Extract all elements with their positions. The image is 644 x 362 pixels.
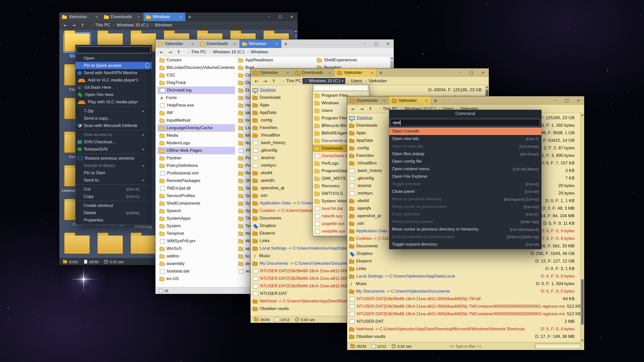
- grid-item[interactable]: [128, 235, 158, 256]
- context-menu-item[interactable]: Properties: [75, 216, 152, 224]
- context-menu-item[interactable]: Include in library ▸: [75, 162, 152, 169]
- tab[interactable]: Vjekoslav ×: [389, 96, 431, 105]
- file-row[interactable]: Dropbox D: 230, F: 1043, 46 GB: [347, 250, 584, 257]
- file-row[interactable]: ServiceProfiles: [157, 192, 235, 200]
- tab-close-icon[interactable]: ×: [191, 42, 195, 46]
- up-button[interactable]: ↑: [79, 23, 86, 28]
- command-input[interactable]: ope: [390, 119, 540, 126]
- command-item[interactable]: Toggle expand directory [Ctrl+B]: [389, 241, 541, 248]
- status-filter-input[interactable]: [535, 344, 581, 349]
- tab-close-icon[interactable]: ×: [424, 99, 428, 103]
- file-row[interactable]: addins: [157, 252, 235, 260]
- tab-close-icon[interactable]: ×: [233, 42, 237, 46]
- breadcrumb-item[interactable]: › Windows 10 (C:) ▾: [207, 49, 245, 55]
- file-row[interactable]: ModemLogs: [157, 139, 235, 147]
- context-menu-item[interactable]: [77, 185, 150, 185]
- close-button[interactable]: ×: [382, 39, 394, 48]
- context-menu-item[interactable]: [77, 130, 150, 130]
- file-row[interactable]: bootstat.dat: [157, 267, 235, 275]
- minimize-button[interactable]: –: [549, 96, 561, 105]
- tab[interactable]: Downloads ×: [197, 39, 239, 48]
- close-button[interactable]: ×: [477, 68, 489, 77]
- up-button[interactable]: ↑: [367, 106, 373, 112]
- file-row[interactable]: Fonts: [157, 94, 235, 102]
- titlebar-drag-area[interactable]: [440, 96, 549, 105]
- file-row[interactable]: CSC: [157, 71, 235, 79]
- forward-button[interactable]: →: [167, 50, 173, 55]
- context-menu-item[interactable]: Give access to ▸: [75, 131, 152, 138]
- file-row[interactable]: My Documents -> C:\Users\Vjekoslav\Docum…: [347, 288, 584, 295]
- titlebar-drag-area[interactable]: [385, 68, 454, 77]
- tab[interactable]: Vjekoslav ×: [251, 68, 293, 77]
- context-menu-item[interactable]: 7-Zip ▸: [75, 107, 152, 115]
- new-tab-button[interactable]: +: [377, 68, 385, 77]
- breadcrumb-item[interactable]: › Windows 10 (C:) ▾: [302, 78, 345, 84]
- context-menu-item[interactable]: Send a copy...: [75, 115, 152, 122]
- context-menu-item[interactable]: Send to ▸: [75, 176, 152, 184]
- maximize-button[interactable]: □: [466, 68, 477, 77]
- file-row[interactable]: Obsidian vaults D: 17, F: 149, 38 MB: [347, 333, 584, 340]
- command-item[interactable]: Move cursor to previous directory in hie…: [389, 225, 541, 233]
- tab[interactable]: Downloads ×: [101, 13, 143, 21]
- context-menu-item[interactable]: [77, 106, 150, 107]
- tab[interactable]: Downloads ×: [293, 68, 335, 77]
- breadcrumb-item[interactable]: › This PC ▾: [186, 49, 207, 55]
- tab[interactable]: Vjekoslav ×: [335, 68, 377, 77]
- close-button[interactable]: ×: [573, 96, 584, 105]
- scrollbar[interactable]: ▲ ▼: [580, 113, 584, 342]
- rename-input[interactable]: [77, 47, 151, 53]
- command-item[interactable]: Open files popup [Alt+Down]: [389, 150, 541, 158]
- minimize-button[interactable]: –: [359, 39, 371, 48]
- file-row[interactable]: DiagTrack: [157, 79, 235, 86]
- new-tab-button[interactable]: +: [431, 96, 440, 105]
- command-item[interactable]: Open Console: [389, 127, 541, 135]
- forward-button[interactable]: →: [262, 78, 268, 84]
- file-row[interactable]: Music D: 0, F: 1, 504 bytes: [347, 280, 584, 288]
- tab[interactable]: Windows ×: [239, 39, 281, 48]
- titlebar[interactable]: Vjekoslav × Downloads × Windows × + –: [59, 13, 298, 21]
- titlebar[interactable]: Vjekoslav × Downloads × Vjekoslav × + –: [251, 68, 489, 77]
- context-menu-item[interactable]: Open: [75, 55, 152, 62]
- file-row[interactable]: ShellComponents: [157, 200, 235, 207]
- file-row[interactable]: PolicyDefinitions: [157, 162, 235, 169]
- minimize-button[interactable]: –: [454, 68, 466, 77]
- tab-close-icon[interactable]: ×: [95, 15, 99, 19]
- command-item[interactable]: Move to previous directory [Backspace] […: [389, 195, 541, 203]
- titlebar[interactable]: Downloads × Vjekoslav × + – □ ×: [347, 96, 584, 105]
- file-row[interactable]: Media: [157, 132, 235, 139]
- file-row[interactable]: HelpPane.exe: [157, 102, 235, 109]
- file-row[interactable]: RtlExUpd.dll: [157, 185, 235, 192]
- file-row[interactable]: NTUSER.DAT{53b39e88-18c4-11ea-a811-000d3…: [347, 310, 584, 318]
- command-item[interactable]: Move cursor to previous item [Ctrl+Up]: [389, 203, 541, 210]
- file-row[interactable]: WMSysPr9.prx: [157, 237, 235, 245]
- file-row[interactable]: AppReadiness: [236, 56, 314, 64]
- breadcrumb-item[interactable]: › Users ▾: [345, 78, 363, 84]
- file-row[interactable]: Desktop D: 43034, F: 125185, 23 GB: [251, 86, 489, 94]
- grid-item[interactable]: [95, 235, 125, 256]
- back-button[interactable]: ←: [62, 23, 68, 28]
- file-row[interactable]: Panther: [157, 154, 235, 162]
- command-item[interactable]: Open File Explorer: [389, 173, 541, 180]
- file-row[interactable]: RemotePackages: [157, 177, 235, 185]
- scroll-down-icon[interactable]: ▼: [582, 339, 583, 342]
- minimize-button[interactable]: –: [263, 13, 274, 21]
- command-item[interactable]: Close panel [Ctrl+W]: [389, 188, 541, 195]
- context-menu-item[interactable]: Pin to Start: [75, 169, 152, 176]
- context-menu-item[interactable]: Open Vim here: [75, 91, 152, 98]
- tab-close-icon[interactable]: ×: [179, 15, 183, 19]
- tab-close-icon[interactable]: ×: [275, 42, 279, 46]
- context-menu-item[interactable]: Cut [Ctrl+X]: [75, 186, 152, 193]
- context-menu-item[interactable]: Restore previous versions: [75, 155, 152, 162]
- file-row[interactable]: TempInst: [157, 230, 235, 237]
- scroll-up-icon[interactable]: ▲: [582, 113, 583, 117]
- file-row[interactable]: Offline Web Pages: [157, 147, 235, 154]
- command-item[interactable]: Extend selection to previous item [Shift…: [389, 233, 541, 241]
- tab-close-icon[interactable]: ×: [286, 71, 290, 75]
- tab-close-icon[interactable]: ×: [382, 99, 386, 103]
- context-menu-item[interactable]: Scan with Microsoft Defender...: [75, 122, 152, 129]
- file-row[interactable]: LanguageOverlayCache: [157, 124, 235, 132]
- breadcrumb-item[interactable]: › Vjekoslav ▾: [363, 78, 388, 84]
- titlebar[interactable]: Vjekoslav × Downloads × Windows × + –: [155, 39, 394, 48]
- file-row[interactable]: WinSxS: [157, 245, 235, 252]
- close-button[interactable]: ×: [286, 13, 298, 21]
